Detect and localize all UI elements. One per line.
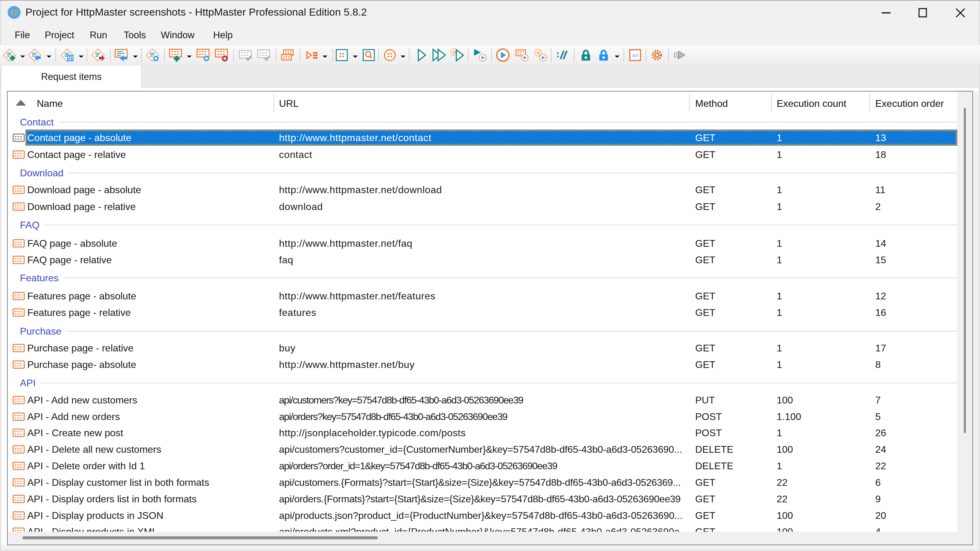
svg-text:c:\: c:\: [632, 52, 638, 58]
